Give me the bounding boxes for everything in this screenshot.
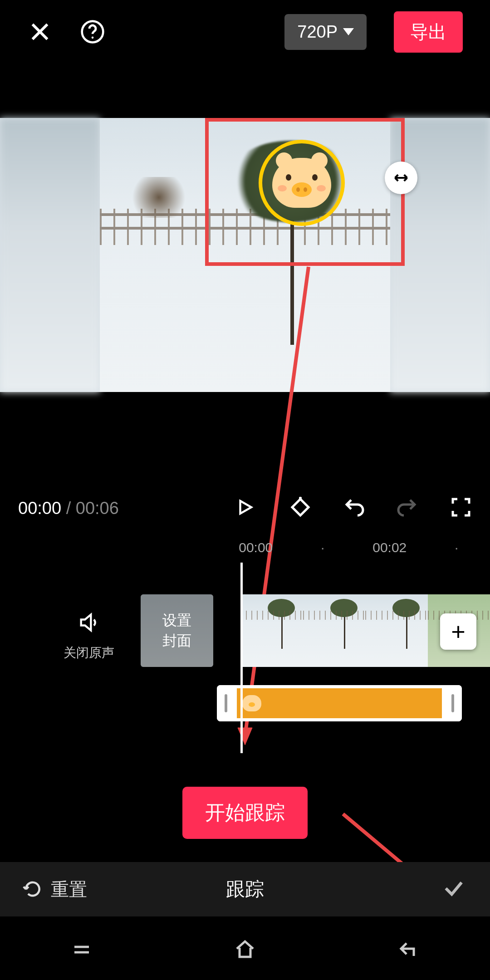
- export-button[interactable]: 导出: [394, 11, 463, 53]
- panel-title: 跟踪: [226, 877, 264, 902]
- sticker-selection-circle[interactable]: [259, 140, 345, 226]
- nav-home-icon[interactable]: [231, 939, 259, 962]
- nav-back-icon[interactable]: [395, 939, 422, 962]
- current-time: 00:00: [18, 499, 61, 518]
- ruler-mark: 00:02: [356, 540, 423, 563]
- video-preview[interactable]: [0, 118, 490, 392]
- play-button[interactable]: [235, 496, 255, 520]
- preview-blur-left: [0, 118, 100, 392]
- ruler-mark: 00:00: [222, 540, 289, 563]
- time-display: 00:00 / 00:06: [18, 499, 119, 518]
- dropdown-icon: [343, 28, 354, 35]
- preview-blur-right: [390, 118, 490, 392]
- mute-audio-button[interactable]: 关闭原声: [64, 611, 114, 662]
- playhead[interactable]: [240, 563, 243, 753]
- tracking-target-box[interactable]: [205, 118, 405, 266]
- help-icon[interactable]: [80, 19, 105, 44]
- total-time: 00:06: [76, 499, 119, 518]
- reset-button[interactable]: 重置: [23, 877, 87, 902]
- resolution-selector[interactable]: 720P: [284, 14, 367, 50]
- resolution-label: 720P: [297, 22, 338, 42]
- timeline-ruler[interactable]: 00:00 · 00:02 ·: [0, 540, 490, 563]
- mute-label: 关闭原声: [64, 644, 114, 662]
- clip-frame: [240, 594, 303, 667]
- reset-label: 重置: [51, 877, 87, 902]
- clip-frame: [303, 594, 366, 667]
- add-clip-button[interactable]: +: [440, 613, 476, 650]
- keyframe-button[interactable]: [289, 496, 311, 520]
- confirm-button[interactable]: [440, 877, 467, 902]
- pig-sticker-icon: [242, 695, 261, 711]
- svg-point-1: [92, 37, 94, 39]
- nav-menu-icon[interactable]: [68, 939, 95, 962]
- svg-marker-3: [238, 728, 252, 745]
- fullscreen-button[interactable]: [450, 496, 472, 520]
- start-tracking-button[interactable]: 开始跟踪: [182, 787, 308, 839]
- redo-button[interactable]: [397, 496, 418, 520]
- cover-thumbnail-button[interactable]: 设置 封面: [141, 594, 213, 667]
- close-icon[interactable]: [27, 19, 53, 44]
- undo-button[interactable]: [343, 496, 365, 520]
- sticker-track-clip[interactable]: [217, 685, 462, 721]
- resize-handle[interactable]: [385, 162, 417, 194]
- clip-handle-left[interactable]: [217, 685, 235, 721]
- clip-handle-right[interactable]: [444, 685, 462, 721]
- system-nav-bar: [0, 921, 490, 980]
- pig-sticker: [272, 158, 331, 208]
- sticker-clip-body[interactable]: [237, 688, 442, 718]
- clip-frame: [365, 594, 428, 667]
